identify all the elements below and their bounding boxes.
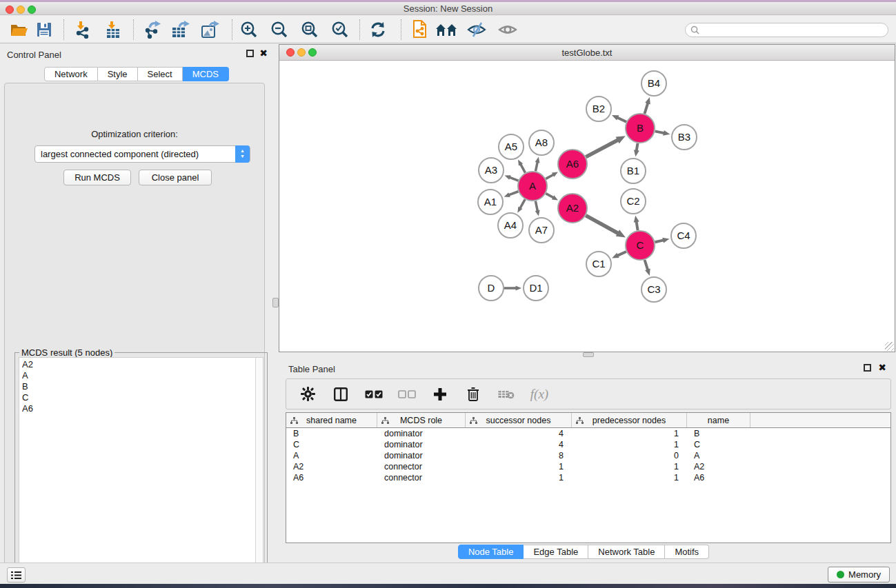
close-window-icon[interactable]: [286, 48, 295, 57]
memory-button[interactable]: Memory: [828, 567, 890, 582]
table-cell[interactable]: 8: [466, 450, 572, 461]
table-row[interactable]: Adominator80A: [286, 450, 890, 461]
tab-node-table[interactable]: Node Table: [458, 545, 524, 559]
table-cell[interactable]: A2: [687, 461, 750, 472]
birdseye-button[interactable]: [464, 19, 489, 41]
column-layout-button[interactable]: [329, 387, 352, 401]
save-session-button[interactable]: [32, 19, 57, 41]
add-column-button[interactable]: [428, 387, 452, 401]
table-cell[interactable]: 0: [572, 450, 687, 461]
export-table-button[interactable]: [168, 19, 193, 41]
mcds-result-item[interactable]: C: [22, 392, 257, 403]
table-row[interactable]: A6connector11A6: [286, 472, 890, 483]
table-row[interactable]: Cdominator41C: [286, 439, 890, 450]
table-cell[interactable]: 1: [572, 439, 687, 450]
table-cell[interactable]: A: [286, 450, 377, 461]
edge-A-A7[interactable]: [535, 201, 537, 212]
mcds-result-item[interactable]: A2: [22, 359, 257, 370]
resize-grip-icon[interactable]: [885, 342, 894, 351]
export-network-button[interactable]: [140, 19, 165, 41]
table-cell[interactable]: 1: [466, 472, 572, 483]
table-cell[interactable]: connector: [377, 472, 466, 483]
edge-A-A2[interactable]: [546, 194, 553, 198]
search-field[interactable]: [685, 23, 888, 37]
close-panel-icon[interactable]: ✖: [878, 363, 886, 373]
column-header-successor-nodes[interactable]: successor nodes: [466, 413, 572, 427]
tab-network-table[interactable]: Network Table: [588, 545, 665, 559]
edge-A-A4[interactable]: [520, 199, 525, 208]
edge-B-B3[interactable]: [655, 131, 664, 133]
table-cell[interactable]: 1: [572, 472, 687, 483]
delete-table-button[interactable]: [495, 389, 518, 399]
edge-C-C4[interactable]: [655, 240, 664, 242]
optimization-dropdown[interactable]: largest connected component (directed) ▲…: [34, 145, 250, 163]
select-all-button[interactable]: [362, 390, 386, 398]
edge-B-B4[interactable]: [644, 103, 648, 114]
close-panel-button[interactable]: Close panel: [139, 170, 212, 185]
table-cell[interactable]: dominator: [377, 450, 466, 461]
search-input[interactable]: [702, 25, 888, 36]
tab-motifs[interactable]: Motifs: [665, 545, 709, 559]
table-cell[interactable]: A6: [687, 472, 750, 483]
zoom-fit-button[interactable]: [297, 19, 322, 41]
table-cell[interactable]: A6: [286, 472, 377, 483]
task-history-button[interactable]: [7, 567, 26, 582]
network-window-titlebar[interactable]: testGlobe.txt: [279, 45, 895, 61]
edge-A-A8[interactable]: [535, 162, 537, 172]
node-table[interactable]: shared nameMCDS rolesuccessor nodesprede…: [286, 412, 891, 543]
table-cell[interactable]: 1: [466, 461, 572, 472]
eye-button[interactable]: [495, 19, 520, 41]
table-cell[interactable]: C: [687, 439, 750, 450]
column-header-MCDS-role[interactable]: MCDS role: [377, 413, 466, 427]
run-mcds-button[interactable]: Run MCDS: [63, 170, 131, 185]
table-cell[interactable]: dominator: [377, 439, 466, 450]
home-button[interactable]: [435, 19, 459, 41]
table-cell[interactable]: B: [286, 428, 377, 439]
close-window-icon[interactable]: [6, 6, 14, 14]
tab-network[interactable]: Network: [44, 67, 98, 81]
float-panel-icon[interactable]: [246, 50, 254, 57]
import-table-button[interactable]: [101, 19, 126, 41]
refresh-button[interactable]: [366, 19, 390, 41]
minimize-window-icon[interactable]: [297, 48, 306, 57]
delete-column-button[interactable]: [461, 387, 485, 401]
table-cell[interactable]: dominator: [377, 428, 466, 439]
edge-A-A3[interactable]: [510, 177, 519, 181]
open-file-button[interactable]: [7, 19, 32, 41]
function-builder-button[interactable]: f(x): [528, 387, 551, 402]
app-titlebar[interactable]: Session: New Session: [0, 2, 896, 15]
edge-A-A5[interactable]: [521, 164, 526, 173]
zoom-in-button[interactable]: [237, 19, 261, 41]
edge-A6-B[interactable]: [586, 140, 618, 157]
export-image-button[interactable]: [198, 19, 223, 41]
mcds-result-item[interactable]: A: [22, 370, 257, 381]
tab-edge-table[interactable]: Edge Table: [524, 545, 588, 559]
maximize-window-icon[interactable]: [28, 6, 36, 14]
tab-style[interactable]: Style: [98, 67, 138, 81]
table-cell[interactable]: A: [687, 450, 750, 461]
tab-select[interactable]: Select: [138, 67, 183, 81]
edge-B-B2[interactable]: [617, 118, 626, 122]
table-row[interactable]: A2connector11A2: [286, 461, 890, 472]
mcds-result-item[interactable]: B: [22, 381, 257, 392]
table-cell[interactable]: 4: [466, 439, 572, 450]
column-header-shared-name[interactable]: shared name: [286, 413, 377, 427]
edge-A-A1[interactable]: [509, 192, 519, 195]
column-header-predecessor-nodes[interactable]: predecessor nodes: [572, 413, 687, 427]
network-canvas-svg[interactable]: AA6A2BCA5A8A3A1A4A7B2B4B3B1C2C4C1C3DD1: [279, 61, 895, 352]
horizontal-split-handle[interactable]: [583, 352, 594, 357]
edge-A-A6[interactable]: [546, 174, 553, 179]
table-cell[interactable]: A2: [286, 461, 377, 472]
mcds-result-list[interactable]: A2ABCA6: [19, 357, 257, 586]
edge-B-B1[interactable]: [637, 143, 638, 151]
edge-C-C1[interactable]: [617, 252, 626, 256]
table-cell[interactable]: 4: [466, 428, 572, 439]
maximize-window-icon[interactable]: [308, 48, 317, 57]
zoom-out-button[interactable]: [267, 19, 292, 41]
table-settings-button[interactable]: [296, 387, 319, 401]
table-cell[interactable]: 1: [572, 428, 687, 439]
mcds-result-item[interactable]: A6: [22, 403, 257, 414]
edge-C-C2[interactable]: [637, 221, 638, 230]
edge-C-C3[interactable]: [645, 260, 648, 270]
zoom-selected-button[interactable]: [328, 19, 352, 41]
